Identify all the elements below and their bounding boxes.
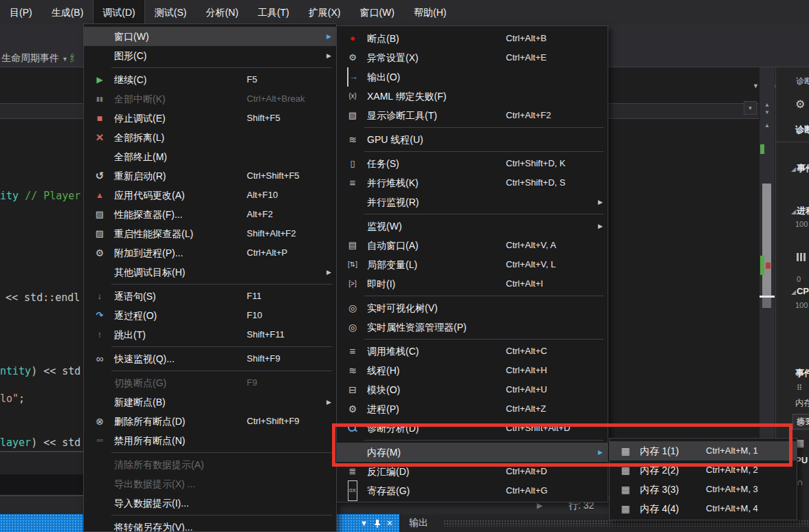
menu-item[interactable]: 反汇编(D) Ctrl+Alt+D xyxy=(337,462,608,481)
tab-events[interactable]: 事件 xyxy=(795,367,809,379)
chevron-down-icon[interactable]: ▼ xyxy=(753,82,759,89)
menu-item[interactable]: 跳出(T) Shift+F11 xyxy=(84,325,336,344)
gear-icon[interactable]: ⚙ xyxy=(795,98,805,111)
menu-item[interactable]: 附加到进程(P)... Ctrl+Alt+P xyxy=(84,243,336,263)
menu-item[interactable]: 删除所有断点(D) Ctrl+Shift+F9 xyxy=(84,412,336,431)
diagnostics-chart-icon xyxy=(344,106,362,125)
menu-item-shortcut: F11 xyxy=(247,287,261,306)
menu-item[interactable]: 禁用所有断点(N) xyxy=(84,431,336,450)
active-toolwindow-titlebar[interactable]: ▼ × xyxy=(336,514,399,532)
camera-icon[interactable]: ◎ xyxy=(797,417,804,427)
menu-item[interactable]: 调用堆栈(C) Ctrl+Alt+C xyxy=(337,342,608,361)
events-section-header[interactable]: ◢事件 xyxy=(791,162,809,175)
menu-item[interactable]: 监视(W) xyxy=(337,217,608,236)
menu-item[interactable]: 诊断分析(D) Ctrl+Shift+Alt+D xyxy=(337,419,608,438)
menubar-item[interactable]: 帮助(H) xyxy=(404,0,456,25)
menubar-item[interactable]: 目(P) xyxy=(0,0,42,25)
menu-item[interactable]: 清除所有数据提示(A) xyxy=(84,455,336,474)
menu-item[interactable]: 继续(C) F5 xyxy=(84,70,336,89)
menu-item[interactable]: 线程(H) Ctrl+Alt+H xyxy=(337,361,608,380)
scrollbar-thumb[interactable] xyxy=(762,184,771,296)
menu-item[interactable]: 实时可视化树(V) xyxy=(337,298,608,318)
menu-item[interactable]: 内存 3(3) Ctrl+Alt+M, 3 xyxy=(610,480,797,499)
menu-item-shortcut: Ctrl+Alt+I xyxy=(506,274,543,293)
menu-item-label: 诊断分析(D) xyxy=(367,419,419,438)
submenu-arrow-icon xyxy=(326,392,331,412)
menu-item[interactable]: 应用代码更改(A) Alt+F10 xyxy=(84,186,336,205)
menubar-item[interactable]: 扩展(X) xyxy=(299,0,351,25)
menu-item[interactable]: 逐过程(O) F10 xyxy=(84,306,336,325)
menu-item[interactable]: 内存 1(1) Ctrl+Alt+M, 1 xyxy=(610,441,797,461)
menubar-item[interactable]: 工具(T) xyxy=(248,0,299,25)
menu-item[interactable]: 并行堆栈(K) Ctrl+Shift+D, S xyxy=(337,173,608,192)
menu-item-label: 进程(P) xyxy=(367,399,399,419)
close-icon[interactable]: × xyxy=(387,514,392,532)
menu-item[interactable]: 全部拆离(L) xyxy=(84,128,336,147)
pin-icon[interactable] xyxy=(374,519,381,528)
tool-window-band xyxy=(0,496,83,514)
menu-item[interactable]: GPU 线程(U) xyxy=(337,130,608,149)
menu-item[interactable]: 窗口(W) xyxy=(84,27,336,46)
menu-item[interactable]: 其他调试目标(H) xyxy=(84,263,336,282)
menu-item[interactable]: 异常设置(X) Ctrl+Alt+E xyxy=(337,48,608,67)
menubar-item-label: 扩展(X) xyxy=(309,7,341,18)
cpu-section-header[interactable]: ◢CPU xyxy=(791,286,809,296)
tool-window-band xyxy=(0,474,83,495)
menu-item[interactable]: 断点(B) Ctrl+Alt+B xyxy=(337,29,608,48)
menu-item[interactable]: 任务(S) Ctrl+Shift+D, K xyxy=(337,154,608,173)
menu-item[interactable]: 导入数据提示(I)... xyxy=(84,494,336,513)
lifecycle-events-dropdown[interactable]: 生命周期事件 ▼ 纟 xyxy=(1,52,79,65)
menu-item[interactable]: 重启性能探查器(L) Shift+Alt+F2 xyxy=(84,224,336,243)
menu-item[interactable]: 实时属性资源管理器(P) xyxy=(337,318,608,337)
menu-item[interactable]: 内存 4(4) Ctrl+Alt+M, 4 xyxy=(610,499,797,518)
window-position-icon[interactable]: ▼ xyxy=(360,514,368,532)
menu-item[interactable]: 图形(C) xyxy=(84,46,336,65)
active-toolwindow-titlebar[interactable] xyxy=(0,514,83,532)
nav-dropdown-button[interactable]: ▼ xyxy=(744,101,757,115)
menu-item[interactable]: 即时(I) Ctrl+Alt+I xyxy=(337,274,608,293)
menu-item[interactable]: 并行监视(R) xyxy=(337,192,608,212)
menu-item[interactable]: 快速监视(Q)... Shift+F9 xyxy=(84,349,336,368)
scroll-up-icon[interactable]: ▲ xyxy=(760,122,775,129)
no-icon xyxy=(91,494,109,513)
threads-waves-icon xyxy=(344,130,362,149)
menu-item[interactable]: 寄存器(G) Ctrl+Alt+G xyxy=(337,481,608,500)
memory-chip-icon xyxy=(617,441,634,461)
menu-item[interactable]: 显示诊断工具(T) Ctrl+Alt+F2 xyxy=(337,106,608,125)
menu-item[interactable]: 导出数据提示(X) ... xyxy=(84,474,336,494)
menu-item[interactable]: XAML 绑定失败(F) xyxy=(337,87,608,106)
tab-diagnostics[interactable]: 诊断 xyxy=(795,124,809,136)
menu-item[interactable]: 局部变量(L) Ctrl+Alt+V, L xyxy=(337,255,608,274)
scrollbar-thumb-fragment[interactable] xyxy=(762,298,771,308)
menubar-item[interactable]: 生成(B) xyxy=(42,0,93,25)
process-section-header[interactable]: ◢进程 xyxy=(791,205,809,217)
menu-item[interactable]: 停止调试(E) Shift+F5 xyxy=(84,109,336,128)
menu-item[interactable]: 内存(M) xyxy=(337,443,608,462)
scroll-split-down-icon[interactable]: ▼ xyxy=(760,109,775,115)
menu-item[interactable]: 重新启动(R) Ctrl+Shift+F5 xyxy=(84,166,336,186)
menu-item-label: 调用堆栈(C) xyxy=(367,342,419,361)
menu-item-shortcut: Ctrl+Alt+V, L xyxy=(506,255,556,274)
menu-item[interactable]: 切换断点(G) F9 xyxy=(84,373,336,392)
menu-item-shortcut: Ctrl+Alt+H xyxy=(506,361,547,380)
menu-item[interactable]: 输出(O) xyxy=(337,67,608,87)
menu-item[interactable]: 进程(P) Ctrl+Alt+Z xyxy=(337,399,608,419)
menu-item[interactable]: 性能探查器(F)... Alt+F2 xyxy=(84,205,336,224)
tab-memory[interactable]: 内存 xyxy=(795,397,809,409)
menubar-item[interactable]: 调试(D) xyxy=(93,0,144,25)
menu-item[interactable]: 内存 2(2) Ctrl+Alt+M, 2 xyxy=(610,461,797,480)
menubar-item[interactable]: 分析(N) xyxy=(196,0,247,25)
menu-item[interactable]: 自动窗口(A) Ctrl+Alt+V, A xyxy=(337,236,608,255)
menu-item[interactable]: 模块(O) Ctrl+Alt+U xyxy=(337,380,608,399)
menu-item[interactable]: 新建断点(B) xyxy=(84,392,336,412)
menu-item[interactable]: 逐语句(S) F11 xyxy=(84,287,336,306)
menu-separator xyxy=(364,339,603,340)
menu-item-label: 附加到进程(P)... xyxy=(114,243,183,263)
menubar-item[interactable]: 窗口(W) xyxy=(350,0,404,25)
scroll-split-up-icon[interactable]: ▲ xyxy=(760,102,775,108)
no-icon xyxy=(91,518,109,532)
menu-item[interactable]: 将转储另存为(V)... xyxy=(84,518,336,532)
menubar-item[interactable]: 测试(S) xyxy=(145,0,197,25)
menu-item[interactable]: 全部终止(M) xyxy=(84,147,336,166)
menu-item[interactable]: 全部中断(K) Ctrl+Alt+Break xyxy=(84,89,336,109)
